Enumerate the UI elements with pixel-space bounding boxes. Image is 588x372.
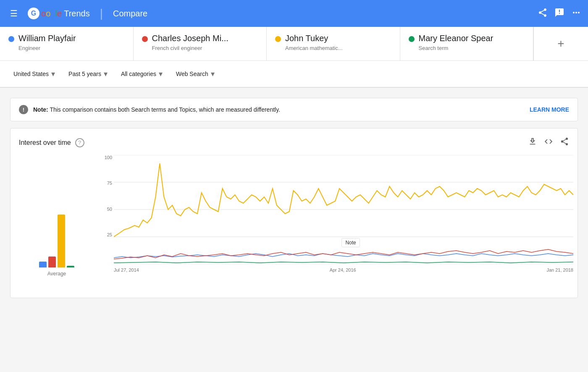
chart-svg [114,155,573,264]
avg-bar-mary [67,266,74,267]
x-labels: Jul 27, 2014 Apr 24, 2016 Jan 21, 2018 [99,267,573,272]
share-chart-icon[interactable] [560,137,569,148]
dot-mary [409,36,415,42]
search-term-mary[interactable]: Mary Eleanor Spear Search term [400,27,534,60]
location-label: United States [13,71,49,77]
y-label-75: 75 [99,181,112,186]
embed-icon[interactable] [544,137,553,148]
search-term-john[interactable]: John Tukey American mathematic... [267,27,400,60]
filters-bar: United States ▾ Past 5 years ▾ All categ… [0,61,588,88]
share-icon[interactable] [538,8,548,20]
category-label: All categories [121,71,156,77]
term-sub-mary: Search term [419,45,494,51]
average-label: Average [47,271,66,277]
y-label-100: 100 [99,155,112,160]
term-sub-william: Engineer [18,45,76,51]
help-icon[interactable]: ? [75,138,84,147]
add-term-button[interactable]: + [533,27,588,60]
note-text: Note: This comparison contains both Sear… [33,106,525,113]
category-arrow: ▾ [159,69,163,79]
time-arrow: ▾ [104,69,108,79]
time-label: Past 5 years [68,71,101,77]
term-name-charles: Charles Joseph Mi... [152,34,228,43]
type-filter[interactable]: Web Search ▾ [171,66,220,82]
chart-main: 100 75 50 25 [99,155,573,289]
download-icon[interactable] [528,137,537,148]
note-banner: ! Note: This comparison contains both Se… [10,98,578,121]
logo-text: oogle Trends [41,9,90,18]
x-label-2014: Jul 27, 2014 [114,267,139,272]
avg-bar-charles [48,257,56,267]
dot-william [8,36,14,42]
search-terms-bar: William Playfair Engineer Charles Joseph… [0,27,588,61]
chart-actions [528,137,569,148]
line-mary [114,262,573,263]
header-actions [538,8,581,20]
apps-icon[interactable] [571,8,581,20]
search-term-william[interactable]: William Playfair Engineer [0,27,134,60]
note-prefix: Note: [33,106,48,113]
chart-title-area: Interest over time ? [19,138,84,147]
compare-label: Compare [113,9,147,18]
location-filter[interactable]: United States ▾ [8,66,60,82]
line-charles [114,249,573,259]
term-sub-charles: French civil engineer [152,45,228,51]
chart-header: Interest over time ? [10,137,578,155]
type-label: Web Search [176,71,208,77]
plus-icon: + [557,37,564,50]
avg-bar-william [39,262,47,267]
type-arrow: ▾ [211,69,215,79]
chart-section: Interest over time ? Average [10,128,578,298]
term-name-john: John Tukey [285,34,343,43]
chart-left: Average [15,155,99,289]
chart-area: Average 100 75 50 25 [10,155,578,289]
line-john [114,163,573,237]
x-label-2018: Jan 21, 2018 [546,267,573,272]
note-icon: ! [19,105,28,114]
x-label-2016: Apr 24, 2016 [330,267,356,272]
learn-more-link[interactable]: LEARN MORE [530,106,569,113]
location-arrow: ▾ [51,69,55,79]
dot-charles [142,36,148,42]
y-label-50: 50 [99,207,112,212]
term-name-mary: Mary Eleanor Spear [419,34,494,43]
chart-title: Interest over time [19,139,71,147]
menu-icon[interactable]: ☰ [7,5,21,22]
average-bars [39,192,74,267]
category-filter[interactable]: All categories ▾ [116,66,168,82]
avg-bar-john [58,215,65,267]
feedback-icon[interactable] [554,8,564,20]
y-label-25: 25 [99,232,112,237]
logo: G oogle Trends [28,8,90,19]
dot-john [275,36,281,42]
logo-g: G [28,8,39,19]
note-body: This comparison contains both Search ter… [48,106,280,113]
header-divider: | [100,7,103,20]
term-name-william: William Playfair [18,34,76,43]
search-term-charles[interactable]: Charles Joseph Mi... French civil engine… [134,27,267,60]
time-filter[interactable]: Past 5 years ▾ [63,66,113,82]
header: ☰ G oogle Trends | Compare [0,0,588,27]
term-sub-john: American mathematic... [285,45,343,51]
